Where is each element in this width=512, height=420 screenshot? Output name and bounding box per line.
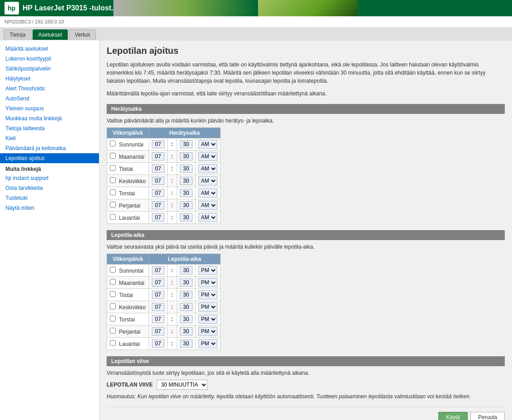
sleep-hour-3[interactable] [152, 303, 164, 311]
table-row: Keskiviikko : AM PM [107, 175, 221, 187]
sidebar-item-tuotetuki[interactable]: Tuotetuki [0, 193, 99, 203]
sleep-ampm-6[interactable]: AM PM [198, 339, 217, 348]
wake-min-2[interactable] [180, 165, 193, 173]
wake-checkbox-3[interactable] [110, 177, 116, 183]
sidebar-item-tietoja-laitteesta[interactable]: Tietoja laitteesta [0, 123, 99, 133]
wake-hour-0[interactable] [152, 140, 164, 148]
sleep-min-3[interactable] [180, 303, 193, 311]
sidebar-item-nayta-miten[interactable]: Näytä miten [0, 203, 99, 213]
wake-checkbox-4[interactable] [110, 189, 116, 195]
sleep-sep-cell-1: : [167, 277, 177, 289]
wake-ampm-3[interactable]: AM PM [198, 176, 217, 185]
sidebar-item-sahkopostipalvelin[interactable]: Sähköpostipalvelin [0, 64, 99, 74]
delay-select[interactable]: 1 MINUUTTIA5 MINUUTTIA10 MINUUTTIA15 MIN… [157, 380, 208, 390]
svg-text:hp: hp [8, 5, 15, 12]
sleep-ampm-5[interactable]: AM PM [198, 327, 217, 336]
sidebar-item-halytykset[interactable]: Hälytykset [0, 74, 99, 84]
wake-min-4[interactable] [180, 189, 193, 197]
sleep-hour-5[interactable] [152, 327, 164, 335]
wake-hour-6[interactable] [152, 213, 164, 222]
sleep-checkbox-cell-3: Keskiviikko [107, 301, 149, 313]
sidebar-item-osta-tarvikkeita[interactable]: Osta tarvikkeita [0, 183, 99, 193]
sidebar-item-muokkaa-linkkeja[interactable]: Muokkaa muita linkkejä [0, 113, 99, 123]
wake-hour-5[interactable] [152, 201, 164, 209]
sidebar-item-autosend[interactable]: AutoSend [0, 94, 99, 104]
wake-ampm-5[interactable]: AM PM [198, 201, 217, 210]
apply-button[interactable]: Käytä [438, 412, 468, 420]
sleep-min-1[interactable] [180, 278, 193, 287]
sleep-hour-2[interactable] [152, 291, 164, 299]
wake-col-weekday: Viikonpäivä [107, 128, 149, 138]
wake-min-0[interactable] [180, 140, 193, 148]
wake-checkbox-5[interactable] [110, 202, 116, 208]
sleep-ampm-2[interactable]: AM PM [198, 290, 217, 299]
wake-checkbox-2[interactable] [110, 165, 116, 171]
sleep-ampm-cell-2: AM PM [195, 289, 220, 301]
sidebar-item-kieli[interactable]: Kieli [0, 133, 99, 143]
sleep-checkbox-cell-6: Lauantai [107, 338, 149, 350]
sleep-min-cell-1 [177, 277, 195, 289]
sleep-checkbox-2[interactable] [110, 291, 116, 297]
wake-ampm-cell-6: AM PM [195, 212, 220, 224]
sleep-min-cell-0 [177, 264, 195, 277]
wake-ampm-6[interactable]: AM PM [198, 213, 217, 222]
sleep-checkbox-4[interactable] [110, 316, 116, 321]
sidebar-item-maaritalink[interactable]: Määritä asetukset [0, 44, 99, 54]
tab-asetukset[interactable]: Asetukset [33, 29, 68, 40]
breadcrumb: NPI203BC3 / 192.168.0.10 [0, 16, 512, 28]
sidebar-item-yleinen-suojaus[interactable]: Yleinen suojaus [0, 104, 99, 113]
wake-ampm-1[interactable]: AM PM [198, 152, 217, 161]
wake-hour-3[interactable] [152, 177, 164, 185]
delay-controls: LEPOTILAN VIIVE 1 MINUUTTIA5 MINUUTTIA10… [107, 380, 505, 390]
sleep-hour-0[interactable] [152, 266, 164, 274]
sleep-min-6[interactable] [180, 340, 193, 348]
sidebar-item-hp-instant-support[interactable]: hp instant support [0, 173, 99, 183]
sleep-checkbox-3[interactable] [110, 303, 116, 309]
sleep-hour-4[interactable] [152, 315, 164, 323]
wake-ampm-4[interactable]: AM PM [198, 189, 217, 198]
sleep-ampm-3[interactable]: AM PM [198, 302, 217, 311]
sleep-sep-1: : [170, 279, 174, 286]
sleep-checkbox-0[interactable] [110, 267, 116, 273]
tab-verkot[interactable]: Verkot [69, 29, 96, 40]
sleep-min-4[interactable] [180, 315, 193, 323]
wake-hour-1[interactable] [152, 152, 164, 160]
wake-min-6[interactable] [180, 213, 193, 222]
wake-ampm-0[interactable]: AM PM [198, 140, 217, 149]
sleep-ampm-1[interactable]: AM PM [198, 278, 217, 287]
sidebar-item-lepotilan-ajoitus[interactable]: Lepotilan ajoitus [0, 153, 99, 163]
wake-day-name-2: Tiistai [117, 166, 133, 172]
header-image [113, 0, 258, 16]
wake-min-1[interactable] [180, 152, 193, 160]
tab-tietoja[interactable]: Tietoja [4, 29, 32, 40]
wake-ampm-cell-4: AM PM [195, 187, 220, 199]
sleep-min-2[interactable] [180, 291, 193, 299]
sleep-checkbox-1[interactable] [110, 279, 116, 285]
wake-section-desc: Valitse päivämäärät alla ja määritä kunk… [107, 118, 505, 124]
wake-checkbox-6[interactable] [110, 214, 116, 220]
sleep-ampm-4[interactable]: AM PM [198, 315, 217, 324]
sidebar-item-lokeron-koot[interactable]: Lokeron koot/tyypit [0, 54, 99, 64]
wake-min-cell-2 [177, 163, 195, 175]
sleep-hour-6[interactable] [152, 340, 164, 348]
wake-min-3[interactable] [180, 177, 193, 185]
sleep-checkbox-5[interactable] [110, 328, 116, 334]
sidebar-item-paivamaaraja-kellonaika[interactable]: Päivämäärä ja kellonaika [0, 143, 99, 153]
sleep-ampm-0[interactable]: AM PM [198, 266, 217, 275]
wake-hour-4[interactable] [152, 189, 164, 197]
sleep-min-5[interactable] [180, 327, 193, 335]
sleep-min-0[interactable] [180, 266, 193, 274]
wake-hour-2[interactable] [152, 165, 164, 173]
sleep-sep-cell-2: : [167, 289, 177, 301]
wake-checkbox-0[interactable] [110, 141, 116, 146]
sleep-hour-1[interactable] [152, 278, 164, 287]
sidebar-item-alert-thresholds[interactable]: Alert Thresholds [0, 84, 99, 94]
cancel-button[interactable]: Peruuta [470, 412, 505, 420]
wake-ampm-2[interactable]: AM PM [198, 164, 217, 173]
wake-checkbox-1[interactable] [110, 153, 116, 159]
sleep-checkbox-cell-2: Tiistai [107, 289, 149, 301]
sleep-ampm-cell-5: AM PM [195, 326, 220, 338]
header-image2 [258, 0, 357, 16]
wake-min-5[interactable] [180, 201, 193, 209]
sleep-checkbox-6[interactable] [110, 340, 116, 346]
